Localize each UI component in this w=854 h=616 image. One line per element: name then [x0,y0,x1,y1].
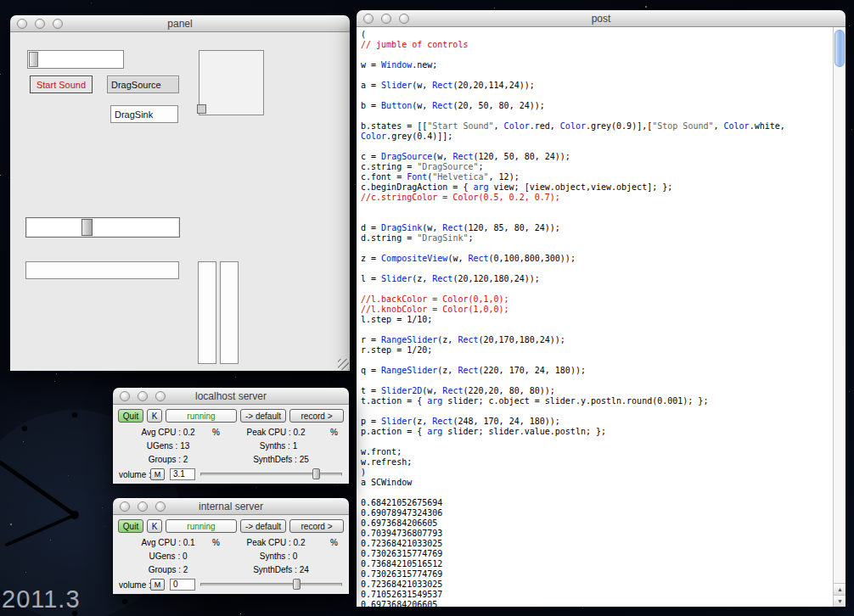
avg-cpu-stat: Avg CPU : 0.2 [141,428,194,437]
minimize-button[interactable] [35,19,45,29]
groups-stat: Groups : 2 [149,565,188,574]
server-buttons: Quit K running -> default record > [118,519,344,533]
desktop: 2011.3 panel Start Sound DragSource Drag… [0,0,854,616]
window-title: post [357,13,846,25]
localhost-server-window: localhost server Quit K running -> defau… [113,388,349,484]
horizontal-slider[interactable] [27,50,124,69]
server-content: Quit K running -> default record > Avg C… [113,405,349,484]
volume-groove [200,583,342,586]
close-button[interactable] [120,391,130,401]
server-content: Quit K running -> default record > Avg C… [113,515,349,594]
volume-slider[interactable] [200,579,342,591]
window-controls [120,501,166,512]
record-button[interactable]: record > [289,519,344,533]
k-button[interactable]: K [147,409,162,423]
ugens-row: UGens : 0 Synths : 0 [113,552,349,562]
groups-stat: Groups : 2 [149,455,188,464]
cpu-row: Avg CPU : 0.2 % Peak CPU : 0.2 % [113,428,349,438]
server-status-button[interactable]: running [166,409,237,423]
server-status-button[interactable]: running [166,519,237,533]
synths-stat: Synths : 0 [260,552,297,561]
close-button[interactable] [120,501,130,512]
volume-label: volume : [119,470,151,479]
panel-titlebar[interactable]: panel [10,15,350,32]
ugens-stat: UGens : 13 [147,441,190,451]
synthdefs-stat: SynthDefs : 24 [253,565,309,574]
synthdefs-stat: SynthDefs : 25 [253,455,309,464]
ugens-stat: UGens : 0 [149,552,187,561]
minimize-button[interactable] [138,501,148,512]
close-button[interactable] [363,14,374,24]
vertical-range-slider[interactable] [198,261,216,364]
volume-slider[interactable] [200,468,342,480]
volume-label: volume : [119,580,151,590]
make-default-button[interactable]: -> default [240,519,286,533]
drag-source[interactable]: DragSource [107,76,179,93]
scrollbar[interactable]: ▲ ▼ [833,27,846,607]
panel-window: panel Start Sound DragSource DragSink [10,15,350,372]
avg-cpu-unit: % [212,428,220,437]
zoom-button[interactable] [155,501,166,512]
slider-knob[interactable] [81,219,93,236]
minimize-button[interactable] [381,14,391,24]
window-controls [120,391,166,401]
wide-slider[interactable] [25,217,180,238]
volume-field[interactable]: 0 [170,579,195,591]
volume-slider-thumb[interactable] [293,579,301,590]
slider-knob[interactable] [29,52,38,67]
zoom-button[interactable] [53,19,63,29]
avg-cpu-unit: % [212,538,220,547]
ugens-row: UGens : 13 Synths : 1 [113,441,349,451]
peak-cpu-stat: Peak CPU : 0.2 [247,538,306,547]
server-titlebar[interactable]: localhost server [113,388,349,405]
window-controls [363,14,409,24]
groups-row: Groups : 2 SynthDefs : 25 [113,455,349,465]
cpu-row: Avg CPU : 0.1 % Peak CPU : 0.2 % [113,538,349,548]
server-titlebar[interactable]: internal server [113,498,349,515]
range-slider[interactable] [25,261,179,279]
mute-button[interactable]: M [150,579,165,591]
window-controls [17,19,63,29]
synths-stat: Synths : 1 [260,441,297,451]
groups-row: Groups : 2 SynthDefs : 24 [113,565,349,575]
volume-groove [200,473,342,476]
minimize-button[interactable] [138,391,148,401]
peak-cpu-unit: % [330,428,338,437]
zoom-button[interactable] [399,14,409,24]
post-titlebar[interactable]: post [357,10,846,27]
scrollbar-arrows: ▲ ▼ [834,583,846,607]
wallpaper-year-label: 2011.3 [2,585,81,613]
drag-sink[interactable]: DragSink [110,105,178,123]
close-button[interactable] [17,19,27,29]
vertical-slider[interactable] [220,261,239,364]
scrollbar-thumb[interactable] [834,30,845,67]
server-buttons: Quit K running -> default record > [118,409,344,423]
scroll-up-icon[interactable]: ▲ [834,583,846,595]
record-button[interactable]: record > [289,409,344,423]
post-output-text[interactable]: (// jumble of controls w = Window.new; a… [357,27,833,607]
make-default-button[interactable]: -> default [240,409,286,423]
internal-server-window: internal server Quit K running -> defaul… [113,498,349,595]
slider-2d-knob[interactable] [197,104,206,114]
volume-field[interactable]: 3.1 [170,468,195,480]
scroll-down-icon[interactable]: ▼ [834,595,846,607]
mute-button[interactable]: M [150,468,165,480]
peak-cpu-unit: % [330,538,338,547]
quit-button[interactable]: Quit [118,409,143,423]
k-button[interactable]: K [147,519,162,533]
post-content: (// jumble of controls w = Window.new; a… [357,27,846,607]
slider-2d[interactable] [199,50,264,115]
start-sound-button[interactable]: Start Sound [30,76,93,93]
quit-button[interactable]: Quit [118,519,143,533]
zoom-button[interactable] [155,391,166,401]
peak-cpu-stat: Peak CPU : 0.2 [247,428,306,437]
post-window: post (// jumble of controls w = Window.n… [357,10,846,608]
panel-content: Start Sound DragSource DragSink [10,32,350,371]
avg-cpu-stat: Avg CPU : 0.1 [141,538,194,547]
volume-slider-thumb[interactable] [312,468,320,479]
resize-handle[interactable] [338,359,349,370]
